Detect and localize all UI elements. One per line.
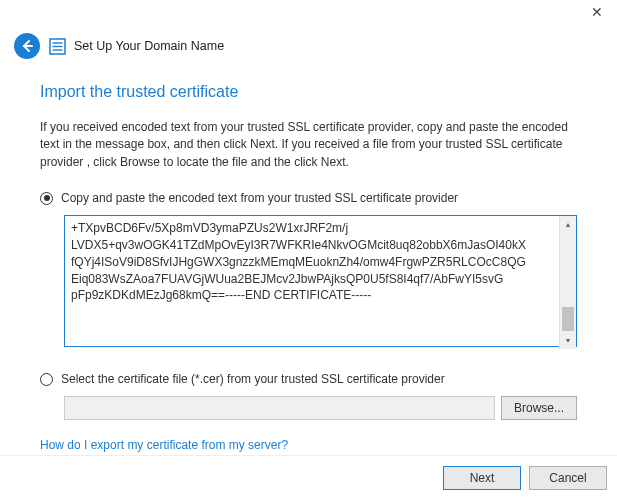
back-button[interactable] (14, 33, 40, 59)
wizard-icon (48, 37, 66, 55)
radio-select-file[interactable] (40, 373, 53, 386)
cancel-button[interactable]: Cancel (529, 466, 607, 490)
radio-select-file-label: Select the certificate file (*.cer) from… (61, 372, 445, 386)
page-description: If you received encoded text from your t… (40, 119, 577, 171)
option-paste-text[interactable]: Copy and paste the encoded text from you… (40, 191, 577, 205)
close-icon[interactable]: ✕ (591, 5, 603, 19)
scroll-down-icon[interactable]: ▾ (560, 332, 576, 349)
wizard-header: Set Up Your Domain Name (0, 0, 617, 65)
browse-button[interactable]: Browse... (501, 396, 577, 420)
scrollbar[interactable]: ▴ ▾ (559, 216, 576, 349)
wizard-footer: Next Cancel (0, 455, 617, 502)
wizard-title: Set Up Your Domain Name (74, 39, 224, 53)
certificate-file-field (64, 396, 495, 420)
page-subtitle: Import the trusted certificate (40, 83, 577, 101)
scroll-thumb[interactable] (562, 307, 574, 331)
scroll-up-icon[interactable]: ▴ (560, 216, 576, 233)
next-button[interactable]: Next (443, 466, 521, 490)
wizard-content: Import the trusted certificate If you re… (0, 65, 617, 452)
certificate-text-input[interactable] (64, 215, 577, 347)
certificate-text-wrap: ▴ ▾ (64, 215, 577, 350)
radio-paste-text-label: Copy and paste the encoded text from you… (61, 191, 458, 205)
file-select-row: Browse... (64, 396, 577, 420)
help-link-export-cert[interactable]: How do I export my certificate from my s… (40, 438, 288, 452)
option-select-file[interactable]: Select the certificate file (*.cer) from… (40, 372, 577, 386)
arrow-left-icon (19, 38, 35, 54)
radio-paste-text[interactable] (40, 192, 53, 205)
